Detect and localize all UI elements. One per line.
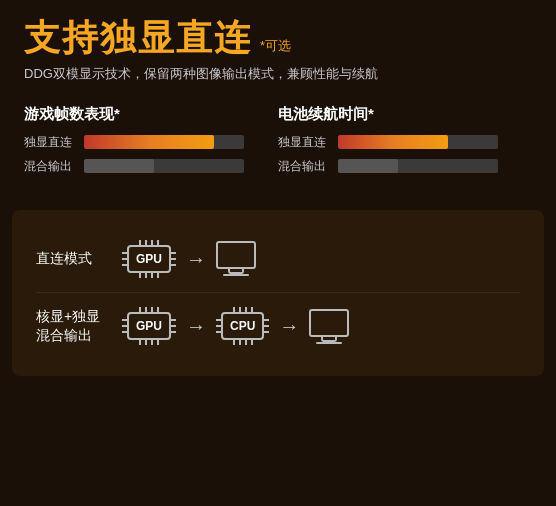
gpu-chip-hybrid: GPU <box>122 307 176 345</box>
battery-mixed-fill <box>338 159 398 173</box>
screen-base <box>223 274 249 276</box>
battery-mixed-track <box>338 159 498 173</box>
mode-hybrid-diagram: GPU → <box>122 307 520 345</box>
game-direct-track <box>84 135 244 149</box>
pin <box>151 340 153 345</box>
pin <box>245 340 247 345</box>
pin <box>157 273 159 278</box>
pin <box>171 258 176 260</box>
gpu-pins-bottom <box>135 273 163 278</box>
description: DDG双模显示技术，保留两种图像输出模式，兼顾性能与续航 <box>24 64 532 85</box>
arrow-1: → <box>186 249 206 269</box>
gpu-chip-direct: GPU <box>122 240 176 278</box>
main-title: 支持独显直连 <box>24 20 252 56</box>
battery-direct-row: 独显直连 <box>278 134 532 151</box>
game-mixed-label: 混合输出 <box>24 158 76 175</box>
battery-direct-label: 独显直连 <box>278 134 330 151</box>
screen-body <box>216 241 256 269</box>
pin <box>145 340 147 345</box>
game-mixed-row: 混合输出 <box>24 158 278 175</box>
cpu-chip-hybrid: CPU <box>216 307 269 345</box>
pin <box>264 319 269 321</box>
top-section: 支持独显直连 *可选 DDG双模显示技术，保留两种图像输出模式，兼顾性能与续航 … <box>0 0 556 198</box>
pin <box>171 319 176 321</box>
screen-base <box>316 342 342 344</box>
metrics-row: 游戏帧数表现* 独显直连 混合输出 电池续航时间* 独显直连 <box>24 105 532 182</box>
arrow-3: → <box>279 316 299 336</box>
screen-hybrid <box>309 309 349 344</box>
battery-title: 电池续航时间* <box>278 105 532 124</box>
gpu-body: GPU <box>122 312 176 340</box>
pin <box>233 340 235 345</box>
pin <box>145 273 147 278</box>
battery-mixed-label: 混合输出 <box>278 158 330 175</box>
game-mixed-track <box>84 159 244 173</box>
pin <box>139 273 141 278</box>
gpu-label: GPU <box>127 245 171 273</box>
gpu-pins-right <box>171 248 176 270</box>
pin <box>157 340 159 345</box>
mode-direct-row: 直连模式 GPU <box>36 226 520 293</box>
battery-block: 电池续航时间* 独显直连 混合输出 <box>278 105 532 182</box>
pin <box>171 264 176 266</box>
game-fps-block: 游戏帧数表现* 独显直连 混合输出 <box>24 105 278 182</box>
optional-tag: *可选 <box>260 37 291 55</box>
arrow-2: → <box>186 316 206 336</box>
pin <box>251 340 253 345</box>
game-direct-label: 独显直连 <box>24 134 76 151</box>
gpu-label-hybrid: GPU <box>127 312 171 340</box>
pin <box>264 325 269 327</box>
pin <box>151 273 153 278</box>
pin <box>139 340 141 345</box>
game-fps-title: 游戏帧数表现* <box>24 105 278 124</box>
gpu-pins-bottom <box>135 340 163 345</box>
gpu-pins-right <box>171 315 176 337</box>
pin <box>171 252 176 254</box>
modes-section: 直连模式 GPU <box>12 210 544 376</box>
mode-hybrid-row: 核显+独显 混合输出 GPU <box>36 293 520 360</box>
mode-direct-label: 直连模式 <box>36 249 106 269</box>
cpu-body: CPU <box>216 312 269 340</box>
mode-hybrid-label: 核显+独显 混合输出 <box>36 307 106 346</box>
battery-direct-track <box>338 135 498 149</box>
gpu-body: GPU <box>122 245 176 273</box>
pin <box>171 325 176 327</box>
game-direct-row: 独显直连 <box>24 134 278 151</box>
battery-mixed-row: 混合输出 <box>278 158 532 175</box>
spacer <box>0 198 556 210</box>
screen-direct <box>216 241 256 276</box>
game-mixed-fill <box>84 159 154 173</box>
battery-direct-fill <box>338 135 448 149</box>
pin <box>171 331 176 333</box>
mode-direct-diagram: GPU → <box>122 240 520 278</box>
title-row: 支持独显直连 *可选 <box>24 20 532 56</box>
cpu-pins-right <box>264 315 269 337</box>
cpu-pins-bottom <box>229 340 257 345</box>
screen-body <box>309 309 349 337</box>
pin <box>239 340 241 345</box>
game-direct-fill <box>84 135 214 149</box>
pin <box>264 331 269 333</box>
cpu-label: CPU <box>221 312 264 340</box>
